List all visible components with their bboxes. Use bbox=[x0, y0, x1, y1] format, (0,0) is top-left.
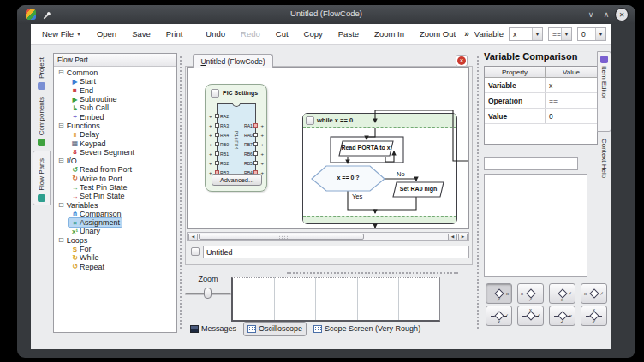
chevron-down-icon[interactable]: ▼ bbox=[532, 28, 542, 40]
undo-button[interactable]: Undo bbox=[198, 24, 233, 44]
table-row[interactable]: Value0 bbox=[485, 109, 597, 124]
variable-name-combobox[interactable]: x ▼ bbox=[509, 27, 543, 41]
pin-pad-ra1[interactable] bbox=[253, 123, 258, 128]
tree-group-variables[interactable]: ⊟Variables bbox=[54, 200, 176, 209]
value-column-header[interactable]: Value bbox=[546, 67, 597, 77]
operation-combobox[interactable]: == ▼ bbox=[548, 27, 572, 41]
paste-button[interactable]: Paste bbox=[331, 24, 367, 44]
tree-item-read-from-port[interactable]: ↺Read from Port bbox=[54, 165, 176, 174]
maximize-button[interactable]: ∧ bbox=[600, 9, 612, 21]
copy-button[interactable]: Copy bbox=[296, 24, 331, 44]
tree-item-end[interactable]: ■End bbox=[54, 86, 176, 95]
tree-item-keypad[interactable]: ▦Keypad bbox=[54, 139, 176, 147]
value-combobox[interactable]: 0 ▼ bbox=[577, 27, 606, 41]
horizontal-splitter[interactable] bbox=[287, 272, 458, 274]
pin-pad-ra4[interactable] bbox=[215, 133, 219, 137]
collapse-icon[interactable]: ⊟ bbox=[58, 237, 64, 244]
while-loop-checkbox[interactable] bbox=[306, 116, 314, 125]
tree-item-comparison[interactable]: ⋔Comparison bbox=[54, 210, 176, 218]
scroll-right-button[interactable]: ▶ bbox=[458, 234, 468, 240]
value-cell[interactable]: x bbox=[546, 78, 597, 92]
cut-button[interactable]: Cut bbox=[268, 24, 296, 44]
zoom-slider-thumb[interactable] bbox=[204, 288, 212, 299]
tree-item-set-pin-state[interactable]: →Set Pin State bbox=[54, 192, 176, 200]
tree-item-assignment[interactable]: ×Assignment bbox=[54, 218, 176, 227]
scroll-left-button[interactable]: ◀ bbox=[448, 234, 457, 240]
print-button[interactable]: Print bbox=[158, 24, 191, 44]
chevron-down-icon[interactable]: ▼ bbox=[561, 28, 571, 40]
tree-group-loops[interactable]: ⊟Loops bbox=[54, 236, 176, 245]
tab-context-help[interactable]: Context Help bbox=[597, 135, 611, 212]
property-column-header[interactable]: Property bbox=[485, 67, 546, 77]
tab-item-editor[interactable]: Item Editor bbox=[597, 51, 611, 132]
scrollbar-thumb[interactable] bbox=[199, 234, 364, 240]
property-edit-input[interactable] bbox=[484, 157, 578, 170]
pin-pad-ra0[interactable] bbox=[253, 133, 258, 137]
tree-item-subroutine[interactable]: ▶Subroutine bbox=[54, 95, 176, 104]
chevron-down-icon[interactable]: ▼ bbox=[595, 28, 605, 40]
document-close-button[interactable]: ✕ bbox=[456, 55, 468, 67]
table-row[interactable]: Operation== bbox=[485, 93, 597, 109]
flowchart-canvas[interactable]: PIC Settings P16F84 RA2+RA3+RA4+RB0+RB1+… bbox=[187, 67, 469, 229]
advanced-button[interactable]: Advanced... bbox=[212, 174, 262, 186]
decision-variant-button-8[interactable]: x✓ bbox=[581, 306, 607, 326]
property-list-box[interactable] bbox=[484, 174, 587, 277]
collapse-icon[interactable]: ⊟ bbox=[58, 157, 64, 164]
pin-pad-rb1[interactable] bbox=[215, 151, 219, 156]
zoom-out-button[interactable]: Zoom Out bbox=[412, 24, 463, 44]
tree-item-delay[interactable]: ‖Delay bbox=[54, 130, 176, 139]
sidebar-tab-flow-parts[interactable]: Flow Parts bbox=[33, 151, 51, 205]
close-button[interactable]: ✕ bbox=[616, 9, 628, 21]
tree-group-common[interactable]: ⊟Common bbox=[54, 68, 176, 77]
decision-variant-button-5[interactable]: ✓x bbox=[486, 306, 512, 326]
tree-item-unary[interactable]: x¹Unary bbox=[54, 227, 176, 235]
decision-variant-button-7[interactable]: x✓ bbox=[549, 306, 575, 326]
redo-button[interactable]: Redo bbox=[233, 24, 268, 44]
tree-item-test-pin-state[interactable]: →Test Pin State bbox=[54, 183, 176, 192]
canvas-horizontal-scrollbar[interactable]: ◀ ◀ ▶ bbox=[187, 232, 469, 241]
tree-group-functions[interactable]: ⊟Functions bbox=[54, 122, 176, 130]
collapse-icon[interactable]: ⊟ bbox=[58, 122, 64, 129]
pin-pad-rb7[interactable] bbox=[253, 142, 258, 146]
open-button[interactable]: Open bbox=[89, 24, 124, 44]
decision-variant-button-2[interactable]: x✓ bbox=[517, 283, 544, 304]
document-name-input[interactable] bbox=[203, 246, 469, 258]
save-button[interactable]: Save bbox=[124, 24, 158, 44]
sidebar-tab-project[interactable]: Project bbox=[33, 51, 51, 92]
tree-item-write-to-port[interactable]: ↻Write to Port bbox=[54, 175, 176, 183]
decision-variant-button-3[interactable]: ✓x bbox=[549, 283, 575, 304]
toolbar-overflow-icon[interactable]: » bbox=[464, 29, 469, 39]
decision-variant-button-4[interactable]: x✓ bbox=[581, 283, 607, 304]
document-name-checkbox[interactable] bbox=[191, 247, 200, 256]
tree-item-embed[interactable]: +Embed bbox=[54, 112, 176, 121]
pic-settings-checkbox[interactable] bbox=[211, 89, 219, 98]
right-splitter[interactable] bbox=[477, 56, 479, 329]
pin-pad-rb6[interactable] bbox=[253, 151, 258, 156]
pic-settings-panel[interactable]: PIC Settings P16F84 RA2+RA3+RA4+RB0+RB1+… bbox=[205, 84, 267, 192]
pin-pad-rb5[interactable] bbox=[253, 161, 258, 165]
document-tab[interactable]: Untitled (FlowCode) bbox=[193, 54, 273, 68]
tree-item-repeat[interactable]: ↺Repeat bbox=[54, 263, 176, 271]
tree-item-start[interactable]: ▶Start bbox=[54, 77, 176, 86]
pin-pad-rb2[interactable] bbox=[215, 161, 219, 165]
table-row[interactable]: Variablex bbox=[485, 78, 597, 93]
tree-item-sub-call[interactable]: ↳Sub Call bbox=[54, 104, 176, 112]
tree-item-while[interactable]: ↻While bbox=[54, 253, 176, 262]
sidebar-tab-components[interactable]: Components bbox=[33, 94, 51, 149]
value-cell[interactable]: == bbox=[546, 93, 597, 108]
decision-variant-button-6[interactable]: x✓ bbox=[517, 306, 544, 326]
tree-item-seven-segment[interactable]: 8Seven Segment bbox=[54, 148, 176, 157]
while-loop-group[interactable]: while x == 0 bbox=[302, 113, 457, 224]
tree-group-i-o[interactable]: ⊟I/O bbox=[54, 157, 176, 165]
pin-pad-ra3[interactable] bbox=[215, 123, 219, 128]
collapse-icon[interactable]: ⊟ bbox=[58, 202, 64, 209]
zoom-in-button[interactable]: Zoom In bbox=[367, 24, 412, 44]
tree-item-for[interactable]: SFor bbox=[54, 245, 176, 253]
tab-scope-screen[interactable]: Scope Screen (Very Rough) bbox=[310, 323, 424, 335]
collapse-icon[interactable]: ⊟ bbox=[58, 69, 64, 76]
new-file-button[interactable]: New File▼ bbox=[34, 24, 89, 44]
pin-pad-rb0[interactable] bbox=[215, 142, 219, 146]
minimize-button[interactable]: ∨ bbox=[585, 9, 597, 21]
decision-variant-button-1[interactable]: x✓ bbox=[486, 283, 512, 304]
scroll-left-button[interactable]: ◀ bbox=[188, 234, 198, 240]
